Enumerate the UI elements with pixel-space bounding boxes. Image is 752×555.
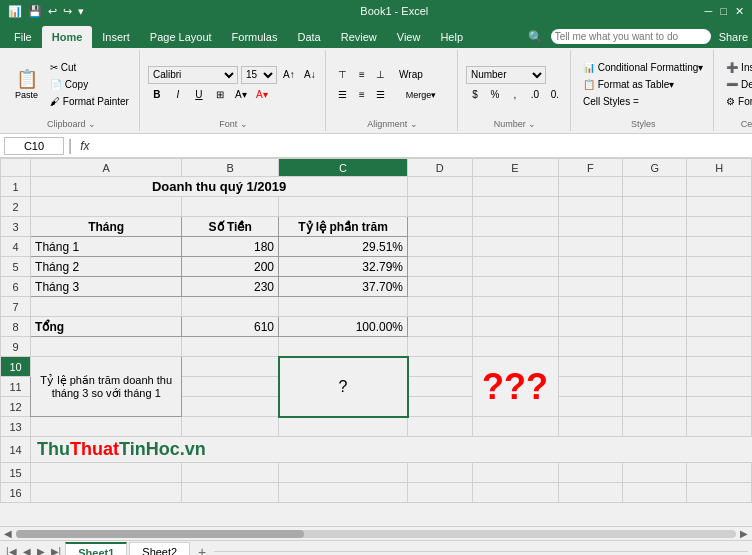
cell-B8[interactable]: 610 [182, 317, 279, 337]
tab-page-layout[interactable]: Page Layout [140, 26, 222, 48]
font-family-select[interactable]: Calibri [148, 66, 238, 84]
cell-F3[interactable] [558, 217, 622, 237]
search-input[interactable] [551, 29, 711, 44]
row-header-14[interactable]: 14 [1, 437, 31, 463]
cell-F7[interactable] [558, 297, 622, 317]
row-header-8[interactable]: 8 [1, 317, 31, 337]
formula-input[interactable] [98, 140, 749, 152]
cell-F10[interactable] [558, 357, 622, 377]
cell-G11[interactable] [622, 377, 686, 397]
cell-D1[interactable] [408, 177, 472, 197]
cell-D2[interactable] [408, 197, 472, 217]
tab-formulas[interactable]: Formulas [222, 26, 288, 48]
row-header-16[interactable]: 16 [1, 483, 31, 503]
cell-A1[interactable]: Doanh thu quý 1/2019 [31, 177, 408, 197]
format-painter-button[interactable]: 🖌 Format Painter [46, 94, 133, 109]
font-color-button[interactable]: A▾ [253, 86, 271, 104]
cell-E8[interactable] [472, 317, 558, 337]
cell-E1[interactable] [472, 177, 558, 197]
bold-button[interactable]: B [148, 86, 166, 104]
align-bottom-btn[interactable]: ⊥ [372, 66, 390, 84]
cell-H6[interactable] [687, 277, 752, 297]
cell-D13[interactable] [408, 417, 472, 437]
decrease-decimal-btn[interactable]: 0. [546, 86, 564, 104]
cell-C15[interactable] [279, 463, 408, 483]
align-middle-btn[interactable]: ≡ [353, 66, 371, 84]
cell-E5[interactable] [472, 257, 558, 277]
cell-E4[interactable] [472, 237, 558, 257]
cell-E10[interactable]: ??? [472, 357, 558, 417]
sheet-tab-2[interactable]: Sheet2 [129, 542, 190, 556]
cell-F9[interactable] [558, 337, 622, 357]
fill-color-button[interactable]: A▾ [232, 86, 250, 104]
cell-C5[interactable]: 32.79% [279, 257, 408, 277]
sheet-nav-first[interactable]: |◀ [4, 544, 19, 555]
cell-E15[interactable] [472, 463, 558, 483]
cell-H9[interactable] [687, 337, 752, 357]
cell-F1[interactable] [558, 177, 622, 197]
cell-H7[interactable] [687, 297, 752, 317]
cell-B10[interactable] [182, 357, 279, 377]
italic-button[interactable]: I [169, 86, 187, 104]
cell-G12[interactable] [622, 397, 686, 417]
cell-E9[interactable] [472, 337, 558, 357]
cell-B5[interactable]: 200 [182, 257, 279, 277]
cell-E6[interactable] [472, 277, 558, 297]
cell-C8[interactable]: 100.00% [279, 317, 408, 337]
sheet-nav-prev[interactable]: ◀ [21, 544, 33, 555]
horizontal-scrollbar[interactable] [16, 530, 736, 538]
col-header-E[interactable]: E [472, 159, 558, 177]
font-size-select[interactable]: 15 [241, 66, 277, 84]
currency-btn[interactable]: $ [466, 86, 484, 104]
cell-D16[interactable] [408, 483, 472, 503]
cell-F15[interactable] [558, 463, 622, 483]
percent-btn[interactable]: % [486, 86, 504, 104]
decrease-font-btn[interactable]: A↓ [301, 66, 319, 84]
scroll-left-btn[interactable]: ◀ [4, 528, 12, 539]
cell-G13[interactable] [622, 417, 686, 437]
cell-G9[interactable] [622, 337, 686, 357]
align-right-btn[interactable]: ☰ [372, 86, 390, 104]
comma-btn[interactable]: , [506, 86, 524, 104]
cell-B4[interactable]: 180 [182, 237, 279, 257]
cell-G1[interactable] [622, 177, 686, 197]
row-header-15[interactable]: 15 [1, 463, 31, 483]
number-format-select[interactable]: Number [466, 66, 546, 84]
row-header-1[interactable]: 1 [1, 177, 31, 197]
row-header-9[interactable]: 9 [1, 337, 31, 357]
delete-btn[interactable]: ➖ Delete▾ [722, 77, 752, 92]
cut-button[interactable]: ✂ Cut [46, 60, 133, 75]
cell-E13[interactable] [472, 417, 558, 437]
row-header-4[interactable]: 4 [1, 237, 31, 257]
cell-H13[interactable] [687, 417, 752, 437]
col-header-B[interactable]: B [182, 159, 279, 177]
cell-styles-btn[interactable]: Cell Styles = [579, 94, 707, 109]
quick-access-save[interactable]: 💾 [28, 5, 42, 18]
cell-G7[interactable] [622, 297, 686, 317]
tab-insert[interactable]: Insert [92, 26, 140, 48]
cell-D9[interactable] [408, 337, 472, 357]
cell-H2[interactable] [687, 197, 752, 217]
row-header-7[interactable]: 7 [1, 297, 31, 317]
col-header-H[interactable]: H [687, 159, 752, 177]
cell-G2[interactable] [622, 197, 686, 217]
cell-A4[interactable]: Tháng 1 [31, 237, 182, 257]
tab-review[interactable]: Review [331, 26, 387, 48]
align-center-btn[interactable]: ≡ [353, 86, 371, 104]
sheet-nav-next[interactable]: ▶ [35, 544, 47, 555]
cell-H4[interactable] [687, 237, 752, 257]
insert-btn[interactable]: ➕ Insert▾ [722, 60, 752, 75]
cell-B13[interactable] [182, 417, 279, 437]
cell-F2[interactable] [558, 197, 622, 217]
row-header-2[interactable]: 2 [1, 197, 31, 217]
cell-H3[interactable] [687, 217, 752, 237]
cell-G16[interactable] [622, 483, 686, 503]
wrap-text-btn[interactable]: Wrap [391, 66, 431, 84]
increase-font-btn[interactable]: A↑ [280, 66, 298, 84]
conditional-formatting-btn[interactable]: 📊 Conditional Formatting▾ [579, 60, 707, 75]
row-header-12[interactable]: 12 [1, 397, 31, 417]
col-header-F[interactable]: F [558, 159, 622, 177]
cell-A9[interactable] [31, 337, 182, 357]
cell-C7[interactable] [279, 297, 408, 317]
row-header-5[interactable]: 5 [1, 257, 31, 277]
